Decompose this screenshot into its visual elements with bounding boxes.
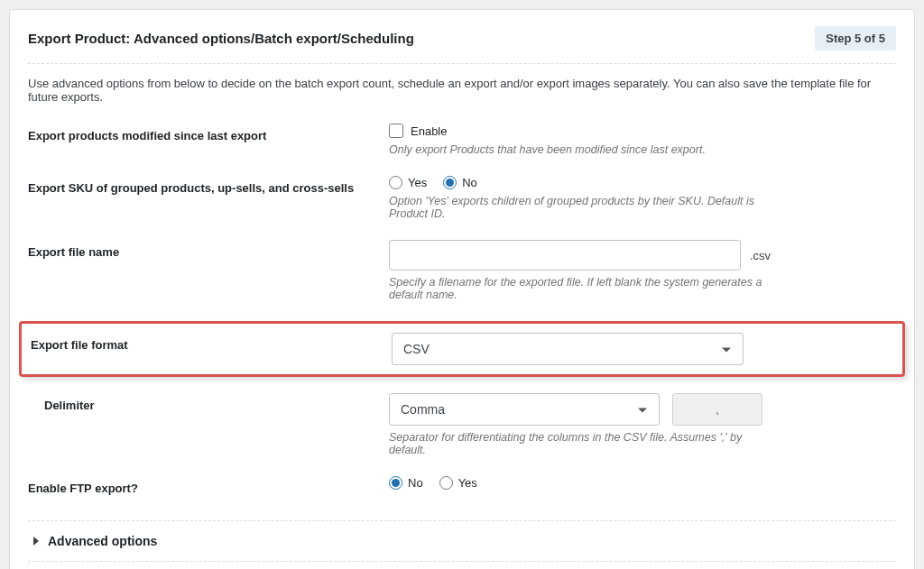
ftp-radio-group: No Yes [389, 476, 896, 490]
chevron-down-icon [637, 404, 648, 415]
delimiter-select[interactable]: Comma [389, 393, 660, 426]
panel-header: Export Product: Advanced options/Batch e… [28, 26, 896, 64]
filename-helper: Specify a filename for the exported file… [389, 276, 768, 301]
filename-ext: .csv [750, 249, 771, 262]
format-select[interactable]: CSV [392, 333, 744, 365]
sku-helper: Option 'Yes' exports children of grouped… [389, 195, 768, 220]
delimiter-value: Comma [401, 402, 445, 417]
label-sku: Export SKU of grouped products, up-sells… [28, 176, 389, 195]
sku-no-radio[interactable] [443, 176, 457, 189]
enable-label: Enable [411, 124, 447, 138]
row-filename: Export file name .csv Specify a filename… [28, 240, 896, 301]
advanced-options-toggle[interactable]: Advanced options [28, 520, 896, 562]
label-ftp: Enable FTP export? [28, 476, 389, 495]
format-value: CSV [403, 342, 430, 356]
enable-checkbox[interactable] [389, 124, 403, 138]
row-format: Export file format CSV [31, 333, 893, 365]
label-modified: Export products modified since last expo… [28, 124, 389, 142]
sku-no-option[interactable]: No [443, 176, 477, 189]
modified-helper: Only export Products that have been modi… [389, 143, 768, 156]
triangle-right-icon [33, 537, 39, 546]
delimiter-helper: Separator for differentiating the column… [389, 431, 768, 456]
intro-text: Use advanced options from below to decid… [28, 77, 896, 104]
row-delimiter: Delimiter Comma , Separator for differen… [28, 393, 896, 456]
export-panel: Export Product: Advanced options/Batch e… [9, 9, 915, 569]
enable-checkbox-wrap[interactable]: Enable [389, 124, 896, 138]
step-badge: Step 5 of 5 [815, 26, 896, 50]
ftp-yes-radio[interactable] [439, 476, 453, 490]
label-delimiter: Delimiter [28, 393, 389, 412]
label-format: Export file format [31, 333, 392, 352]
advanced-options-label: Advanced options [48, 534, 157, 548]
row-ftp: Enable FTP export? No Yes [28, 476, 896, 495]
page-title: Export Product: Advanced options/Batch e… [28, 31, 414, 46]
label-filename: Export file name [28, 240, 389, 259]
sku-radio-group: Yes No [389, 176, 896, 189]
ftp-no-radio[interactable] [389, 476, 402, 490]
filename-input[interactable] [389, 240, 741, 271]
row-modified: Export products modified since last expo… [28, 124, 896, 156]
row-sku: Export SKU of grouped products, up-sells… [28, 176, 896, 220]
sku-yes-radio[interactable] [389, 176, 402, 189]
chevron-down-icon [721, 344, 732, 354]
sku-yes-option[interactable]: Yes [389, 176, 427, 189]
delimiter-char: , [672, 393, 762, 426]
format-highlight: Export file format CSV [19, 321, 905, 377]
ftp-no-option[interactable]: No [389, 476, 423, 490]
ftp-yes-option[interactable]: Yes [439, 476, 477, 490]
